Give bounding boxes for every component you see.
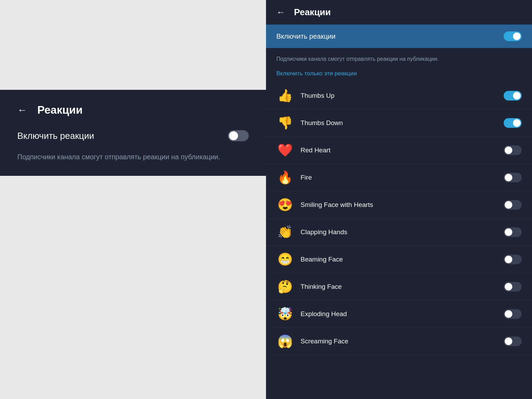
- left-header: ← Реакции: [17, 104, 249, 116]
- left-description-text: Подписчики канала смогут отправлять реак…: [17, 152, 249, 162]
- left-panel: ← Реакции Включить реакции Подписчики ка…: [0, 0, 266, 399]
- right-back-button[interactable]: ←: [276, 7, 285, 18]
- toggle-knob: [513, 119, 521, 127]
- left-page-title: Реакции: [37, 104, 83, 116]
- reaction-name: Fire: [301, 174, 504, 181]
- reaction-emoji: 😱: [276, 334, 294, 349]
- reaction-item: 😍Smiling Face with Hearts: [266, 191, 532, 219]
- right-panel: ← Реакции Включить реакции Подписчики ка…: [266, 0, 532, 399]
- reaction-emoji: 🤯: [276, 307, 294, 321]
- reaction-item: 🤯Exploding Head: [266, 301, 532, 328]
- reaction-emoji: 😍: [276, 198, 294, 212]
- reaction-toggle-5[interactable]: [504, 227, 522, 237]
- toggle-knob: [505, 201, 512, 209]
- reaction-emoji: 👏: [276, 225, 294, 239]
- reaction-item: 😱Screaming Face: [266, 328, 532, 355]
- toggle-knob: [505, 310, 512, 318]
- reaction-toggle-7[interactable]: [504, 282, 522, 292]
- reaction-toggle-9[interactable]: [504, 336, 522, 346]
- reaction-item: 🔥Fire: [266, 164, 532, 191]
- reaction-emoji: 👎: [276, 116, 294, 130]
- right-page-title: Реакции: [294, 7, 331, 18]
- reaction-toggle-2[interactable]: [504, 145, 522, 155]
- left-enable-reactions-toggle[interactable]: [228, 130, 249, 141]
- reaction-toggle-4[interactable]: [504, 200, 522, 210]
- left-card: ← Реакции Включить реакции Подписчики ка…: [0, 90, 266, 176]
- enable-reactions-row: Включить реакции: [266, 25, 532, 48]
- reaction-name: Red Heart: [301, 146, 504, 154]
- reaction-toggle-8[interactable]: [504, 309, 522, 319]
- section-title: Включить только эти реакции: [266, 67, 532, 82]
- toggle-knob: [505, 256, 512, 263]
- reaction-emoji: 😁: [276, 252, 294, 267]
- reaction-name: Screaming Face: [301, 338, 504, 345]
- reaction-toggle-3[interactable]: [504, 173, 522, 182]
- toggle-knob: [505, 146, 512, 154]
- left-toggle-knob: [229, 131, 238, 140]
- reactions-list: 👍Thumbs Up👎Thumbs Down❤️Red Heart🔥Fire😍S…: [266, 82, 532, 399]
- reaction-toggle-6[interactable]: [504, 255, 522, 264]
- reaction-item: 👍Thumbs Up: [266, 82, 532, 110]
- reaction-emoji: 🔥: [276, 170, 294, 185]
- reaction-toggle-1[interactable]: [504, 118, 522, 128]
- reaction-name: Clapping Hands: [301, 228, 504, 236]
- toggle-knob: [505, 228, 512, 236]
- right-description-text: Подписчики канала смогут отправлять реак…: [266, 48, 532, 67]
- reaction-name: Thumbs Up: [301, 92, 504, 99]
- reaction-item: ❤️Red Heart: [266, 137, 532, 164]
- right-toggle-knob: [513, 32, 521, 40]
- right-header: ← Реакции: [266, 0, 532, 25]
- reaction-item: 👎Thumbs Down: [266, 110, 532, 137]
- left-toggle-row: Включить реакции: [17, 130, 249, 141]
- toggle-knob: [505, 174, 512, 181]
- toggle-knob: [505, 338, 512, 345]
- reaction-item: 😁Beaming Face: [266, 246, 532, 273]
- reaction-name: Exploding Head: [301, 310, 504, 318]
- reaction-name: Thinking Face: [301, 283, 504, 291]
- right-enable-reactions-toggle[interactable]: [504, 31, 522, 41]
- reaction-emoji: 🤔: [276, 279, 294, 294]
- reaction-emoji: ❤️: [276, 143, 294, 158]
- reaction-emoji: 👍: [276, 88, 294, 103]
- reaction-item: 👏Clapping Hands: [266, 219, 532, 246]
- reaction-name: Beaming Face: [301, 256, 504, 263]
- reaction-item: 🤔Thinking Face: [266, 273, 532, 301]
- reaction-name: Thumbs Down: [301, 119, 504, 127]
- toggle-knob: [513, 92, 521, 99]
- reaction-name: Smiling Face with Hearts: [301, 201, 504, 209]
- left-back-button[interactable]: ←: [17, 105, 27, 116]
- toggle-knob: [505, 283, 512, 291]
- reaction-toggle-0[interactable]: [504, 91, 522, 101]
- enable-reactions-label: Включить реакции: [276, 32, 335, 40]
- left-toggle-label: Включить реакции: [17, 131, 94, 141]
